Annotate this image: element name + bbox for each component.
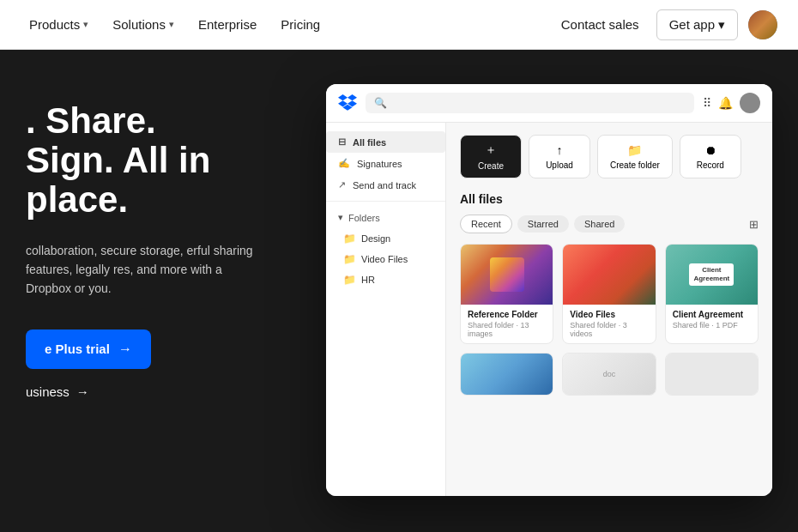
dropbox-ui-mockup: 🔍 ⠿ 🔔 ⊟ All files ✍ Signatures xyxy=(326,84,772,496)
sidebar-folders-header[interactable]: ▾ Folders xyxy=(326,207,445,228)
upload-label: Upload xyxy=(546,160,573,170)
sidebar-send-track[interactable]: ↗ Send and track xyxy=(326,174,445,196)
cta-secondary-arrow-icon: → xyxy=(76,384,89,399)
mockup-sidebar: ⊟ All files ✍ Signatures ↗ Send and trac… xyxy=(326,123,446,496)
sidebar-folder-video[interactable]: 📁 Video Files xyxy=(326,249,445,269)
sidebar-folder-design[interactable]: 📁 Design xyxy=(326,228,445,249)
record-icon: ⏺ xyxy=(704,143,716,157)
folder-design-icon: 📁 xyxy=(343,233,356,245)
create-plus-icon: ＋ xyxy=(485,142,497,158)
file-card-video[interactable]: Video Files Shared folder · 3 videos xyxy=(562,244,656,344)
get-app-button[interactable]: Get app ▾ xyxy=(656,9,738,40)
file-name-client: Client Agreement xyxy=(673,310,751,319)
products-chevron-icon: ▾ xyxy=(83,19,88,30)
user-avatar[interactable] xyxy=(748,10,777,39)
mockup-topbar: 🔍 ⠿ 🔔 xyxy=(326,84,772,123)
mockup-main-content: ＋ Create ↑ Upload 📁 Create folder ⏺ Reco… xyxy=(446,123,772,496)
create-folder-icon: 📁 xyxy=(627,143,642,157)
tab-starred[interactable]: Starred xyxy=(517,215,569,233)
create-button[interactable]: ＋ Create xyxy=(460,135,522,178)
bell-icon[interactable]: 🔔 xyxy=(718,96,733,110)
file-card-bottom-2[interactable]: doc xyxy=(562,353,656,396)
create-folder-label: Create folder xyxy=(610,160,660,170)
files-grid: Reference Folder Shared folder · 13 imag… xyxy=(460,244,759,344)
sidebar-signatures[interactable]: ✍ Signatures xyxy=(326,153,445,174)
tab-recent[interactable]: Recent xyxy=(460,215,512,233)
send-track-icon: ↗ xyxy=(338,179,346,190)
nav-pricing[interactable]: Pricing xyxy=(272,10,329,39)
tab-shared[interactable]: Shared xyxy=(574,215,625,233)
thumb-bottom3 xyxy=(666,354,758,395)
navbar: Products ▾ Solutions ▾ Enterprise Pricin… xyxy=(0,0,798,50)
cta-plus-trial-button[interactable]: e Plus trial → xyxy=(26,329,151,369)
folder-video-icon: 📁 xyxy=(343,253,356,265)
client-doc-visual: ClientAgreement xyxy=(689,263,734,287)
search-input[interactable] xyxy=(392,97,686,109)
file-meta-client: Shared file · 1 PDF xyxy=(673,321,751,329)
create-folder-button[interactable]: 📁 Create folder xyxy=(597,135,673,178)
hero-left: . Share. Sign. All in place. collaborati… xyxy=(0,50,335,532)
sidebar-divider xyxy=(326,201,445,202)
cta-business-link[interactable]: usiness → xyxy=(26,384,335,399)
file-card-reference[interactable]: Reference Folder Shared folder · 13 imag… xyxy=(460,244,553,344)
file-card-client[interactable]: ClientAgreement Client Agreement Shared … xyxy=(665,244,759,344)
thumb-bottom2-text: doc xyxy=(603,370,616,378)
file-name-reference: Reference Folder xyxy=(468,310,546,319)
search-icon: 🔍 xyxy=(374,97,387,109)
sidebar-all-files[interactable]: ⊟ All files xyxy=(326,131,445,153)
mockup-body: ⊟ All files ✍ Signatures ↗ Send and trac… xyxy=(326,123,772,496)
file-meta-reference: Shared folder · 13 images xyxy=(468,321,546,338)
hero-subtext: collaboration, secure storage, erful sha… xyxy=(26,241,266,299)
folders-chevron-icon: ▾ xyxy=(338,212,343,223)
headline-line1: . Share. xyxy=(26,100,156,141)
topbar-icons: ⠿ 🔔 xyxy=(703,93,760,113)
nav-right: Contact sales Get app ▾ xyxy=(554,9,777,40)
file-thumb-video xyxy=(563,245,655,305)
sidebar-folder-hr[interactable]: 📁 HR xyxy=(326,269,445,290)
nav-products[interactable]: Products ▾ xyxy=(21,10,97,39)
file-meta-video: Shared folder · 3 videos xyxy=(570,321,648,338)
file-name-video: Video Files xyxy=(570,310,648,319)
topbar-avatar[interactable] xyxy=(740,93,760,113)
folder-video-label: Video Files xyxy=(361,254,408,264)
upload-button[interactable]: ↑ Upload xyxy=(529,135,590,178)
record-label: Record xyxy=(697,160,724,170)
get-app-label: Get app xyxy=(669,17,715,32)
headline-line2: Sign. All in xyxy=(26,140,210,180)
send-track-label: Send and track xyxy=(353,180,416,190)
cta-secondary-label: usiness xyxy=(26,384,70,399)
cta-primary-label: e Plus trial xyxy=(45,342,110,356)
dropbox-logo xyxy=(338,94,357,112)
record-button[interactable]: ⏺ Record xyxy=(680,135,741,178)
thumb-ref-visual xyxy=(490,257,524,292)
mockup-search-bar[interactable]: 🔍 xyxy=(366,93,694,113)
file-card-bottom-3[interactable] xyxy=(665,353,759,396)
grid-icon[interactable]: ⠿ xyxy=(703,96,711,110)
nav-solutions[interactable]: Solutions ▾ xyxy=(104,10,183,39)
headline-line3: place. xyxy=(26,179,128,220)
nav-products-label: Products xyxy=(29,17,80,32)
file-card-bottom-1[interactable] xyxy=(460,353,553,396)
all-files-icon: ⊟ xyxy=(338,136,346,148)
files-tabs: Recent Starred Shared ⊞ xyxy=(460,215,759,233)
thumb-bottom1 xyxy=(461,354,553,395)
action-buttons-row: ＋ Create ↑ Upload 📁 Create folder ⏺ Reco… xyxy=(460,135,759,178)
contact-sales-link[interactable]: Contact sales xyxy=(554,10,646,39)
hero-section: . Share. Sign. All in place. collaborati… xyxy=(0,50,798,532)
file-thumb-reference xyxy=(461,245,553,305)
solutions-chevron-icon: ▾ xyxy=(169,19,174,30)
folder-design-label: Design xyxy=(361,233,390,244)
signatures-label: Signatures xyxy=(357,159,402,169)
nav-enterprise[interactable]: Enterprise xyxy=(190,10,265,39)
folder-hr-icon: 📁 xyxy=(343,274,356,286)
files-view-toggle-icon[interactable]: ⊞ xyxy=(749,218,759,231)
thumb-bottom2: doc xyxy=(563,354,655,395)
nav-enterprise-label: Enterprise xyxy=(198,17,257,32)
folder-hr-label: HR xyxy=(361,275,375,285)
avatar-image xyxy=(748,10,777,39)
files-bottom-row: doc xyxy=(460,353,759,396)
cta-primary-arrow-icon: → xyxy=(118,342,132,357)
all-files-label: All files xyxy=(353,137,386,148)
create-label: Create xyxy=(478,161,504,171)
nav-pricing-label: Pricing xyxy=(281,17,320,32)
